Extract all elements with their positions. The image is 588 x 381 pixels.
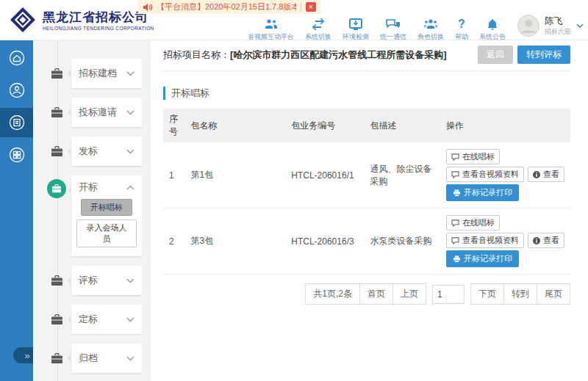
- table-header-row: 序号 包名称 包业务编号 包描述 操作: [163, 109, 570, 142]
- step-label: 定标: [79, 313, 98, 326]
- sidebar-step-award: 定标: [71, 305, 142, 334]
- chevron-down-icon: [126, 356, 135, 361]
- nav-label: 帮助: [455, 32, 468, 42]
- chevron-down-icon: [126, 278, 135, 283]
- col-package-code: 包业务编号: [285, 109, 364, 142]
- chat-display-icon: [451, 219, 459, 227]
- grid-icon: [8, 146, 26, 164]
- logo: 黑龙江省招标公司 HEILONGJIANG TENDERING CORPORAT…: [7, 4, 154, 35]
- rail-home[interactable]: [0, 43, 33, 73]
- step-toggle[interactable]: 开标: [71, 175, 142, 199]
- col-operations: 操作: [440, 109, 570, 142]
- nav-label: 音视频互动平台: [248, 32, 294, 42]
- table-row: 1 第1包 HTCL-206016/1 通风、除尘设备采购 在线唱标: [163, 142, 570, 208]
- nav-env-check[interactable]: 环境检测: [343, 18, 369, 42]
- help-icon: ?: [458, 18, 465, 31]
- process-steps-panel: 招标建档 投标邀请: [33, 40, 151, 381]
- nav-messaging[interactable]: 统一通信: [380, 18, 406, 42]
- sidebar-step-evaluation: 评标: [71, 266, 142, 295]
- avatar: [517, 15, 539, 37]
- main-content: 招标项目名称：[哈尔滨市群力西区配建污水管线工程所需设备采购] 返回 转到评标 …: [151, 40, 588, 381]
- monitor-icon: [8, 114, 26, 131]
- package-name: 第1包: [185, 142, 286, 208]
- body: » 招标建档: [0, 40, 588, 381]
- briefcase-icon: [51, 146, 63, 157]
- nav-system-switch[interactable]: 系统切换: [305, 18, 331, 42]
- step-label: 归档: [79, 352, 98, 365]
- info-icon: [533, 237, 540, 244]
- view-button[interactable]: 查看: [528, 167, 564, 182]
- view-av-material-button[interactable]: 查看音视频资料: [446, 167, 524, 182]
- nav-label: 角色切换: [417, 32, 444, 42]
- step-toggle[interactable]: 发标: [71, 137, 142, 166]
- pagination-last[interactable]: 尾页: [537, 284, 570, 304]
- pagination: 共1页,2条 首页 上页 下页 转到 尾页: [163, 283, 570, 305]
- app-header: 黑龙江省招标公司 HEILONGJIANG TENDERING CORPORAT…: [0, 0, 588, 40]
- package-table: 序号 包名称 包业务编号 包描述 操作 1 第1包 HTCL-206016/1 …: [163, 109, 570, 275]
- col-package-name: 包名称: [185, 109, 286, 142]
- messaging-icon: [386, 18, 401, 31]
- submenu-enter-attendees[interactable]: 录入会场人员: [76, 219, 137, 247]
- package-desc: 水泵类设备采购: [365, 208, 441, 275]
- submenu-bid-opening-calling[interactable]: 开标唱标: [81, 199, 132, 216]
- row-index: 2: [163, 208, 185, 275]
- nav-help[interactable]: ? 帮助: [455, 18, 468, 42]
- icon-rail: »: [0, 40, 33, 381]
- sidebar-step-invitation: 投标邀请: [71, 98, 142, 127]
- step-label: 投标邀请: [79, 106, 117, 119]
- rail-apps[interactable]: [0, 140, 33, 170]
- pagination-summary: 共1页,2条: [306, 284, 360, 304]
- system-switch-icon: [311, 18, 326, 31]
- pagination-next[interactable]: 下页: [471, 284, 504, 304]
- chat-display-icon: [451, 153, 459, 161]
- notice-close-button[interactable]: ×: [306, 2, 316, 12]
- step-toggle[interactable]: 招标建档: [71, 59, 142, 88]
- active-step-badge: [47, 179, 66, 198]
- step-toggle[interactable]: 归档: [71, 344, 142, 373]
- step-toggle[interactable]: 投标邀请: [71, 98, 142, 127]
- goto-evaluation-button[interactable]: 转到评标: [517, 46, 570, 64]
- nav-label: 统一通信: [380, 32, 406, 42]
- step-toggle[interactable]: 评标: [71, 266, 142, 295]
- info-icon: [533, 171, 540, 178]
- chevron-down-icon: [126, 317, 135, 322]
- nav-announcement[interactable]: 系统公告: [479, 18, 506, 42]
- step-toggle[interactable]: 定标: [71, 305, 142, 334]
- nav-role-switch[interactable]: 角色切换: [417, 18, 444, 42]
- online-calling-button[interactable]: 在线唱标: [446, 215, 500, 231]
- package-desc: 通风、除尘设备采购: [365, 142, 441, 208]
- nav-video-platform[interactable]: 音视频互动平台: [248, 18, 294, 42]
- chevron-down-icon: [126, 149, 135, 154]
- env-check-icon: [349, 18, 362, 31]
- project-name: [哈尔滨市群力西区配建污水管线工程所需设备采购]: [230, 49, 447, 60]
- rail-projects[interactable]: [0, 108, 33, 137]
- printer-icon: [453, 255, 461, 263]
- speaker-icon: [143, 3, 152, 12]
- section-title: 开标唱标: [163, 87, 570, 100]
- back-button[interactable]: 返回: [478, 46, 513, 64]
- user-menu[interactable]: 陈飞 招标六部: [517, 15, 584, 37]
- print-record-button[interactable]: 开标记录打印: [446, 250, 519, 267]
- package-code: HTCL-206016/3: [285, 208, 364, 275]
- notice-bar: 【平台消息】2020年02月15日1.7.8版本升 ×: [138, 0, 320, 14]
- rail-user[interactable]: [0, 76, 33, 105]
- view-av-material-button[interactable]: 查看音视频资料: [446, 233, 524, 248]
- user-icon: [8, 81, 26, 99]
- print-record-button[interactable]: 开标记录打印: [446, 184, 519, 201]
- chat-display-icon: [451, 237, 459, 244]
- chevron-up-icon: [126, 185, 135, 190]
- page-number-input[interactable]: [432, 285, 465, 304]
- pagination-goto[interactable]: 转到: [504, 284, 537, 304]
- video-platform-icon: [264, 18, 279, 31]
- package-name: 第3包: [185, 208, 286, 275]
- briefcase-icon: [51, 275, 63, 286]
- chat-display-icon: [451, 171, 459, 178]
- online-calling-button[interactable]: 在线唱标: [446, 149, 500, 164]
- user-department: 招标六部: [545, 27, 571, 37]
- view-button[interactable]: 查看: [528, 233, 564, 248]
- nav-label: 系统公告: [479, 32, 506, 42]
- col-package-desc: 包描述: [365, 109, 441, 142]
- pagination-first[interactable]: 首页: [360, 284, 393, 304]
- top-nav: 音视频互动平台 系统切换 环境检测 统一通信: [248, 18, 506, 42]
- pagination-prev[interactable]: 上页: [393, 284, 426, 304]
